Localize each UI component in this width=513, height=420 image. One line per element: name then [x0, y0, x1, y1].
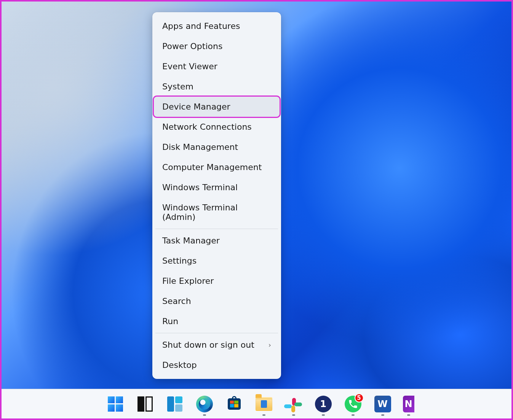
taskbar-edge[interactable]	[195, 395, 214, 414]
menu-item-disk-management[interactable]: Disk Management	[154, 137, 280, 157]
start-icon	[108, 396, 123, 412]
store-icon	[227, 396, 242, 412]
taskbar-task-view[interactable]	[136, 395, 155, 414]
taskbar-widgets[interactable]	[165, 395, 184, 414]
explorer-icon	[256, 397, 272, 411]
menu-item-label: Windows Terminal (Admin)	[162, 203, 271, 222]
menu-item-desktop[interactable]: Desktop	[154, 355, 280, 375]
slack-icon	[285, 396, 302, 412]
chevron-right-icon: ›	[268, 341, 271, 349]
widgets-icon	[167, 396, 182, 412]
onepassword-label: 1	[320, 399, 326, 409]
taskbar-microsoft-store[interactable]	[225, 395, 244, 414]
taskbar-1password[interactable]: 1	[314, 395, 333, 414]
menu-item-computer-management[interactable]: Computer Management	[154, 157, 280, 177]
onenote-label: N	[404, 399, 412, 409]
menu-item-label: Search	[162, 296, 191, 306]
menu-item-shutdown-signout[interactable]: Shut down or sign out ›	[154, 335, 280, 355]
menu-item-event-viewer[interactable]: Event Viewer	[154, 56, 280, 76]
menu-item-label: Task Manager	[162, 236, 220, 245]
menu-item-power-options[interactable]: Power Options	[154, 36, 280, 56]
menu-item-windows-terminal-admin[interactable]: Windows Terminal (Admin)	[154, 197, 280, 227]
menu-item-system[interactable]: System	[154, 76, 280, 97]
menu-item-label: Desktop	[162, 360, 197, 370]
taskbar-start-button[interactable]	[106, 395, 125, 414]
notification-badge: 5	[355, 393, 364, 402]
menu-item-label: Apps and Features	[162, 21, 240, 31]
menu-item-network-connections[interactable]: Network Connections	[154, 117, 280, 137]
menu-item-label: Power Options	[162, 41, 222, 51]
menu-item-label: Run	[162, 317, 178, 326]
whatsapp-icon: 5	[345, 396, 361, 412]
menu-item-settings[interactable]: Settings	[154, 251, 280, 271]
menu-item-label: Shut down or sign out	[162, 340, 254, 350]
menu-item-windows-terminal[interactable]: Windows Terminal	[154, 177, 280, 197]
taskbar-slack[interactable]	[284, 395, 303, 414]
onepassword-icon: 1	[315, 396, 332, 412]
taskbar-word[interactable]: W	[373, 395, 392, 414]
badge-count: 5	[357, 395, 361, 401]
menu-separator	[155, 229, 278, 229]
menu-item-device-manager[interactable]: Device Manager	[154, 97, 280, 117]
word-icon: W	[374, 396, 391, 412]
menu-item-label: File Explorer	[162, 276, 214, 286]
taskbar-onenote[interactable]: N	[403, 395, 414, 414]
taskbar-file-explorer[interactable]	[254, 395, 273, 414]
menu-item-file-explorer[interactable]: File Explorer	[154, 271, 280, 291]
desktop-wallpaper: Apps and Features Power Options Event Vi…	[0, 0, 513, 420]
menu-item-label: System	[162, 82, 193, 91]
taskbar-whatsapp[interactable]: 5	[344, 395, 363, 414]
onenote-icon: N	[403, 396, 414, 412]
menu-item-apps-and-features[interactable]: Apps and Features	[154, 16, 280, 36]
menu-item-label: Event Viewer	[162, 62, 217, 71]
menu-item-label: Device Manager	[162, 102, 230, 111]
taskview-icon	[137, 396, 153, 412]
edge-icon	[196, 396, 213, 412]
menu-item-run[interactable]: Run	[154, 311, 280, 331]
taskbar: 1 5 W N	[2, 389, 511, 418]
menu-item-task-manager[interactable]: Task Manager	[154, 231, 280, 251]
menu-item-label: Settings	[162, 256, 197, 266]
menu-item-label: Network Connections	[162, 122, 252, 132]
menu-item-label: Computer Management	[162, 162, 262, 172]
menu-item-label: Disk Management	[162, 142, 238, 152]
menu-item-label: Windows Terminal	[162, 183, 238, 192]
menu-item-search[interactable]: Search	[154, 291, 280, 311]
word-label: W	[377, 399, 387, 409]
winx-context-menu: Apps and Features Power Options Event Vi…	[152, 12, 281, 379]
menu-separator	[155, 333, 278, 333]
